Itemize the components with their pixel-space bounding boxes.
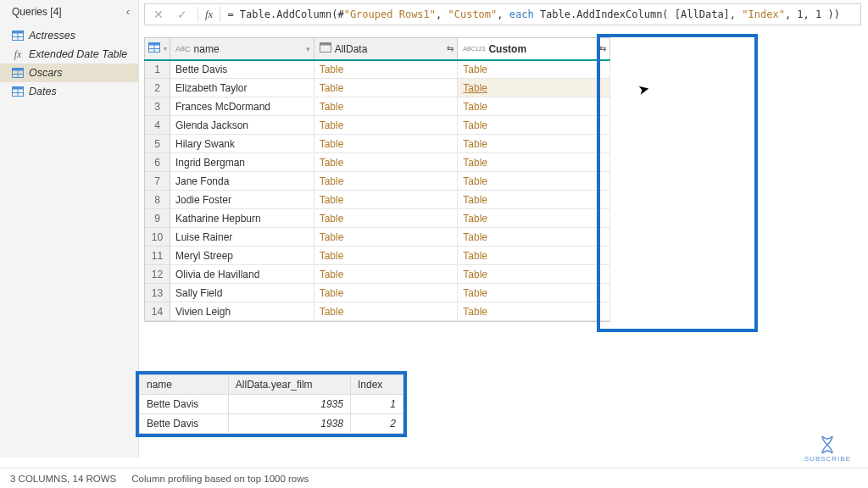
cell-custom[interactable]: Table bbox=[458, 209, 610, 228]
cell-name[interactable]: Frances McDormand bbox=[170, 97, 314, 116]
cell-custom[interactable]: Table bbox=[458, 60, 610, 79]
table-link[interactable]: Table bbox=[463, 82, 487, 94]
table-link[interactable]: Table bbox=[463, 119, 487, 131]
formula-bar[interactable]: ✕ ✓ fx = Table.AddColumn(#"Grouped Rows1… bbox=[144, 3, 861, 25]
cell-custom[interactable]: Table bbox=[458, 172, 610, 191]
preview-header-index[interactable]: Index bbox=[350, 375, 403, 395]
row-number-cell[interactable]: 14 bbox=[145, 302, 170, 321]
table-link[interactable]: Table bbox=[463, 64, 487, 75]
preview-row[interactable]: Bette Davis19382 bbox=[140, 414, 403, 434]
table-link[interactable]: Table bbox=[320, 194, 344, 206]
cell-alldata[interactable]: Table bbox=[314, 116, 459, 135]
row-number-cell[interactable]: 11 bbox=[145, 247, 170, 265]
formula-text[interactable]: = Table.AddColumn(#"Grouped Rows1", "Cus… bbox=[227, 8, 855, 20]
row-number-cell[interactable]: 8 bbox=[145, 191, 170, 209]
cell-custom[interactable]: Table bbox=[458, 265, 610, 284]
table-link[interactable]: Table bbox=[463, 250, 487, 262]
table-link[interactable]: Table bbox=[463, 287, 487, 299]
cell-name[interactable]: Meryl Streep bbox=[170, 247, 314, 265]
table-link[interactable]: Table bbox=[320, 231, 344, 243]
row-number-cell[interactable]: 2 bbox=[145, 79, 170, 97]
table-row[interactable]: 12Olivia de HavillandTableTable bbox=[145, 265, 610, 284]
cell-alldata[interactable]: Table bbox=[314, 60, 459, 79]
cell-name[interactable]: Elizabeth Taylor bbox=[170, 79, 314, 97]
cell-custom[interactable]: Table bbox=[458, 228, 610, 247]
table-link[interactable]: Table bbox=[320, 138, 344, 150]
cell-custom[interactable]: Table bbox=[458, 97, 610, 116]
table-row[interactable]: 10Luise RainerTableTable bbox=[145, 228, 610, 247]
table-row[interactable]: 13Sally FieldTableTable bbox=[145, 284, 610, 302]
table-link[interactable]: Table bbox=[320, 213, 344, 225]
table-row[interactable]: 1Bette DavisTableTable bbox=[145, 60, 610, 79]
table-link[interactable]: Table bbox=[463, 138, 487, 150]
table-row[interactable]: 2Elizabeth TaylorTableTable bbox=[145, 79, 610, 97]
row-number-cell[interactable]: 5 bbox=[145, 135, 170, 153]
preview-header-year[interactable]: AllData.year_film bbox=[228, 375, 350, 395]
cell-name[interactable]: Luise Rainer bbox=[170, 228, 314, 247]
table-link[interactable]: Table bbox=[463, 231, 487, 243]
cell-alldata[interactable]: Table bbox=[314, 247, 459, 265]
cell-alldata[interactable]: Table bbox=[314, 153, 459, 172]
expand-column-icon[interactable]: ⇆ bbox=[599, 44, 606, 53]
table-link[interactable]: Table bbox=[463, 175, 487, 187]
cell-name[interactable]: Katharine Hepburn bbox=[170, 209, 314, 228]
query-item-oscars[interactable]: Oscars bbox=[0, 64, 138, 82]
cell-name[interactable]: Sally Field bbox=[170, 284, 314, 302]
row-number-cell[interactable]: 12 bbox=[145, 265, 170, 284]
table-link[interactable]: Table bbox=[320, 82, 344, 94]
cell-custom[interactable]: Table bbox=[458, 302, 610, 321]
cell-custom[interactable]: Table bbox=[458, 284, 610, 302]
row-number-cell[interactable]: 4 bbox=[145, 116, 170, 135]
cell-custom[interactable]: Table bbox=[458, 79, 610, 97]
row-number-cell[interactable]: 1 bbox=[145, 60, 170, 79]
cell-alldata[interactable]: Table bbox=[314, 209, 459, 228]
column-header-name[interactable]: ABC name ▾ bbox=[170, 38, 314, 60]
cell-custom[interactable]: Table bbox=[458, 191, 610, 209]
cell-alldata[interactable]: Table bbox=[314, 228, 459, 247]
cell-alldata[interactable]: Table bbox=[314, 265, 459, 284]
preview-row[interactable]: Bette Davis19351 bbox=[140, 395, 403, 414]
expand-column-icon[interactable]: ⇆ bbox=[447, 44, 453, 53]
cell-custom[interactable]: Table bbox=[458, 116, 610, 135]
table-row[interactable]: 9Katharine HepburnTableTable bbox=[145, 209, 610, 228]
table-row[interactable]: 8Jodie FosterTableTable bbox=[145, 191, 610, 209]
column-header-alldata[interactable]: AllData ⇆ bbox=[314, 38, 459, 60]
cell-name[interactable]: Vivien Leigh bbox=[170, 302, 314, 321]
cell-alldata[interactable]: Table bbox=[314, 284, 459, 302]
table-link[interactable]: Table bbox=[320, 119, 344, 131]
table-link[interactable]: Table bbox=[320, 64, 344, 75]
cell-alldata[interactable]: Table bbox=[314, 191, 459, 209]
query-item-extended-date-table[interactable]: fx Extended Date Table bbox=[0, 45, 138, 64]
table-link[interactable]: Table bbox=[320, 306, 344, 318]
table-link[interactable]: Table bbox=[320, 175, 344, 187]
row-number-cell[interactable]: 6 bbox=[145, 153, 170, 172]
formula-cancel-icon[interactable]: ✕ bbox=[150, 8, 167, 21]
table-link[interactable]: Table bbox=[463, 101, 487, 113]
table-row[interactable]: 11Meryl StreepTableTable bbox=[145, 247, 610, 265]
cell-custom[interactable]: Table bbox=[458, 153, 610, 172]
cell-name[interactable]: Jodie Foster bbox=[170, 191, 314, 209]
table-link[interactable]: Table bbox=[320, 287, 344, 299]
cell-name[interactable]: Bette Davis bbox=[170, 60, 314, 79]
cell-name[interactable]: Ingrid Bergman bbox=[170, 153, 314, 172]
cell-custom[interactable]: Table bbox=[458, 247, 610, 265]
filter-dropdown-icon[interactable]: ▾ bbox=[306, 45, 310, 53]
table-link[interactable]: Table bbox=[320, 157, 344, 169]
cell-alldata[interactable]: Table bbox=[314, 135, 459, 153]
cell-name[interactable]: Jane Fonda bbox=[170, 172, 314, 191]
formula-commit-icon[interactable]: ✓ bbox=[174, 8, 191, 21]
table-link[interactable]: Table bbox=[320, 250, 344, 262]
cell-alldata[interactable]: Table bbox=[314, 302, 459, 321]
table-link[interactable]: Table bbox=[320, 101, 344, 113]
cell-name[interactable]: Glenda Jackson bbox=[170, 116, 314, 135]
cell-custom[interactable]: Table bbox=[458, 135, 610, 153]
cell-alldata[interactable]: Table bbox=[314, 97, 459, 116]
table-row[interactable]: 7Jane FondaTableTable bbox=[145, 172, 610, 191]
preview-header-name[interactable]: name bbox=[140, 375, 229, 395]
table-link[interactable]: Table bbox=[320, 269, 344, 280]
table-row[interactable]: 3Frances McDormandTableTable bbox=[145, 97, 610, 116]
table-link[interactable]: Table bbox=[463, 269, 487, 280]
table-link[interactable]: Table bbox=[463, 194, 487, 206]
query-item-dates[interactable]: Dates bbox=[0, 82, 138, 101]
query-item-actresses[interactable]: Actresses bbox=[0, 26, 138, 45]
